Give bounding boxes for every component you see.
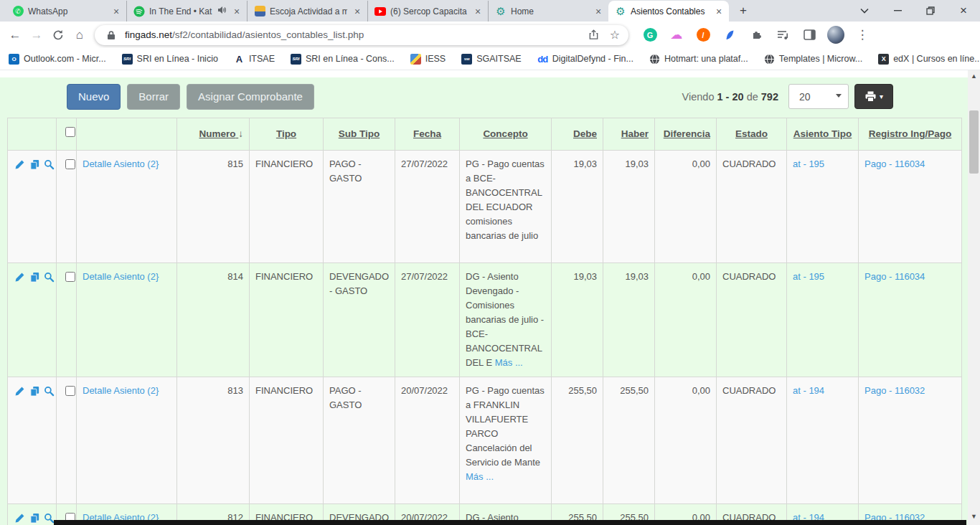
header-asiento-tipo[interactable]: Asiento Tipo — [787, 118, 859, 151]
search-icon[interactable] — [44, 513, 55, 524]
header-concepto[interactable]: Concepto — [460, 118, 552, 151]
header-diferencia[interactable]: Diferencia — [655, 118, 717, 151]
page-size-select[interactable]: 20 — [788, 84, 849, 109]
detalle-asiento-link[interactable]: Detalle Asiento (2} — [83, 159, 159, 169]
mas-link[interactable]: Más ... — [495, 357, 523, 368]
bookmark-item[interactable]: X edX | Cursos en líne... — [878, 54, 980, 65]
copy-icon[interactable] — [29, 272, 40, 283]
bookmark-label: DigitalDefynd - Fin... — [552, 54, 633, 64]
cloud-extension-icon[interactable]: ☁ — [668, 27, 685, 44]
edit-icon[interactable] — [14, 386, 25, 397]
search-icon[interactable] — [44, 386, 55, 397]
address-bar[interactable]: fingads.net/sf2/contabilidad/asientos_co… — [95, 25, 628, 45]
tab-close-icon[interactable]: × — [472, 6, 484, 17]
registro-link[interactable]: Pago - 116034 — [864, 271, 925, 282]
tab-audio-icon[interactable] — [217, 6, 227, 16]
numero-cell: 814 — [177, 263, 250, 377]
reload-icon[interactable] — [47, 24, 69, 46]
detalle-asiento-link[interactable]: Detalle Asiento (2} — [83, 271, 159, 282]
mas-link[interactable]: Más ... — [466, 471, 494, 482]
search-icon[interactable] — [44, 272, 55, 283]
bookmark-item[interactable]: O Outlook.com - Micr... — [9, 54, 106, 65]
bookmark-item[interactable]: dd DigitalDefynd - Fin... — [537, 54, 633, 65]
edit-icon[interactable] — [14, 159, 25, 170]
header-haber[interactable]: Haber — [603, 118, 655, 151]
header-numero[interactable]: Numero ↓ — [177, 118, 250, 151]
registro-link[interactable]: Pago - 116034 — [864, 159, 925, 169]
tab-search-chevron-icon[interactable] — [848, 0, 881, 22]
asiento-tipo-link[interactable]: at - 195 — [793, 271, 824, 282]
browser-tab[interactable]: Escoja Actividad a mo × — [247, 1, 367, 22]
select-all-checkbox[interactable] — [65, 127, 75, 137]
share-icon[interactable] — [585, 27, 601, 43]
page-size-select-wrap: 20 — [788, 84, 849, 109]
bookmark-item[interactable]: SRI SRI en Línea - Cons... — [291, 54, 395, 65]
back-icon[interactable]: ← — [4, 24, 26, 46]
header-sub-tipo[interactable]: Sub Tipo — [324, 118, 395, 151]
browser-menu-icon[interactable]: ⋮ — [854, 27, 871, 44]
bookmark-item[interactable]: Templates | Microw... — [764, 54, 862, 65]
print-button[interactable]: ▾ — [854, 84, 893, 109]
row-checkbox[interactable] — [65, 159, 75, 169]
copy-icon[interactable] — [29, 386, 40, 397]
borrar-button[interactable]: Borrar — [127, 84, 180, 110]
home-icon[interactable]: ⌂ — [69, 24, 90, 46]
detalle-asiento-link[interactable]: Detalle Asiento (2} — [83, 385, 159, 396]
media-controls-icon[interactable] — [774, 27, 791, 44]
forward-icon[interactable]: → — [26, 24, 47, 46]
orange-extension-icon[interactable]: / — [694, 27, 712, 44]
header-estado[interactable]: Estado — [717, 118, 787, 151]
bookmark-item[interactable]: sw SGAITSAE — [461, 54, 522, 65]
asiento-tipo-link[interactable]: at - 194 — [793, 385, 824, 396]
row-checkbox[interactable] — [65, 386, 75, 396]
browser-tab[interactable]: In The End • Kat D × — [126, 1, 247, 22]
extensions-puzzle-icon[interactable] — [748, 27, 765, 44]
estado-cell: CUADRADO — [717, 151, 787, 263]
browser-tab[interactable]: ⚙ Home × — [488, 1, 608, 22]
copy-icon[interactable] — [29, 159, 40, 170]
edit-icon[interactable] — [14, 272, 25, 283]
bookmark-label: SRI en Línea - Cons... — [306, 54, 395, 64]
url-path: /sf2/contabilidad/asientos_contables_lis… — [172, 29, 364, 40]
scrollbar-thumb[interactable] — [969, 110, 979, 174]
bookmark-item[interactable]: A ITSAE — [234, 54, 275, 65]
copy-icon[interactable] — [29, 513, 40, 524]
bookmark-item[interactable]: SRI SRI en Línea - Inicio — [122, 54, 218, 65]
scroll-down-icon[interactable]: ▼ — [971, 511, 977, 522]
row-checkbox[interactable] — [65, 272, 75, 282]
bookmark-star-icon[interactable]: ☆ — [607, 27, 623, 43]
tab-close-icon[interactable]: × — [352, 6, 363, 17]
tab-close-icon[interactable]: × — [713, 6, 725, 17]
browser-tab[interactable]: ✆ WhatsApp × — [6, 1, 126, 22]
minimize-button[interactable] — [881, 0, 914, 22]
browser-tab[interactable]: (6) Sercop Capacita - Y × — [367, 1, 488, 22]
horizontal-scrollbar[interactable] — [54, 520, 966, 525]
asiento-tipo-link[interactable]: at - 195 — [793, 159, 824, 169]
header-tipo[interactable]: Tipo — [250, 118, 324, 151]
edit-icon[interactable] — [14, 513, 25, 524]
nuevo-button[interactable]: Nuevo — [67, 84, 121, 110]
registro-link[interactable]: Pago - 116032 — [864, 385, 925, 396]
profile-avatar[interactable] — [827, 27, 844, 44]
side-panel-icon[interactable] — [801, 27, 818, 44]
header-registro[interactable]: Registro Ing/Pago — [859, 118, 962, 151]
asignar-comprobante-button[interactable]: Asignar Comprobante — [187, 84, 314, 110]
browser-tab[interactable]: ⚙ Asientos Contables × — [608, 1, 729, 22]
header-debe[interactable]: Debe — [552, 118, 603, 151]
scroll-up-icon[interactable]: ▲ — [971, 70, 977, 82]
tab-close-icon[interactable]: × — [110, 6, 122, 17]
bookmark-item[interactable]: IESS — [410, 54, 446, 65]
total-value: 792 — [761, 91, 778, 103]
tab-close-icon[interactable]: × — [593, 6, 604, 17]
tab-close-icon[interactable]: × — [231, 6, 242, 17]
feather-extension-icon[interactable] — [721, 27, 738, 44]
tab-title: WhatsApp — [28, 6, 106, 16]
bookmark-item[interactable]: Hotmart: una plataf... — [649, 54, 748, 65]
search-icon[interactable] — [44, 159, 55, 170]
header-fecha[interactable]: Fecha — [395, 118, 460, 151]
maximize-button[interactable] — [914, 0, 947, 22]
vertical-scrollbar[interactable]: ▲ ▼ — [968, 70, 980, 525]
new-tab-button[interactable]: + — [733, 1, 753, 21]
close-window-button[interactable]: × — [947, 0, 980, 22]
grammarly-extension-icon[interactable]: G — [641, 27, 659, 44]
